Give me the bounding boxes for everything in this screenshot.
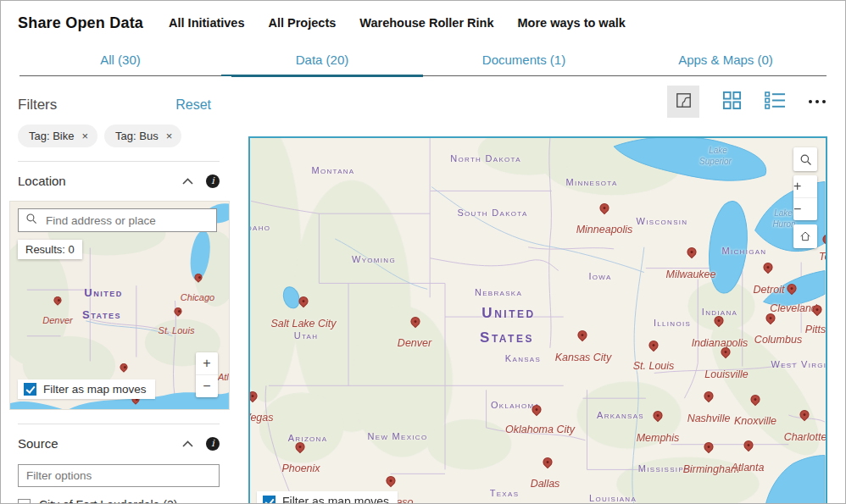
info-icon[interactable] <box>206 437 220 451</box>
state-label: Montana <box>311 165 354 175</box>
country-label: United <box>481 305 535 322</box>
city-label: Memphis <box>637 432 680 444</box>
map-pin-nashville[interactable] <box>702 390 715 403</box>
more-options-button[interactable] <box>809 100 826 103</box>
location-minimap[interactable]: UnitedStatesAtlantaDenverChicagoSt. Loui… <box>9 201 230 410</box>
city-label: Nashville <box>687 413 731 424</box>
city-label: Atlanta <box>732 462 765 474</box>
city-label: Birmingham <box>683 463 740 475</box>
map-pin-vegas[interactable] <box>250 390 259 403</box>
city-label: Columbus <box>754 334 802 346</box>
map-pin-columbus[interactable] <box>764 312 777 325</box>
map-pin-dallas[interactable] <box>541 456 554 469</box>
map-pin-pittsburgh[interactable] <box>810 303 824 317</box>
site-title[interactable]: Share Open Data <box>18 14 143 32</box>
map-pin-chicago[interactable] <box>193 272 204 283</box>
info-icon[interactable] <box>206 174 220 188</box>
map-filter-as-map-moves[interactable]: Filter as map moves <box>257 491 398 504</box>
map-pin-toronto[interactable] <box>821 233 826 246</box>
source-option[interactable]: City of Fort Lauderdale (3) <box>18 498 214 503</box>
source-section-header[interactable]: Source <box>18 436 220 451</box>
source-section-title: Source <box>18 436 181 451</box>
minimap-search-input[interactable] <box>44 213 209 228</box>
search-icon <box>25 213 37 228</box>
tab-all-30[interactable]: All (30) <box>19 45 221 75</box>
reset-filters-link[interactable]: Reset <box>175 97 211 113</box>
country-label: States <box>480 330 534 346</box>
zoom-out-button[interactable]: − <box>196 374 218 397</box>
map-controls: + − <box>793 147 817 248</box>
map-pin-phoenix[interactable] <box>293 440 307 454</box>
map-filter-label: Filter as map moves <box>282 495 389 504</box>
map-pin-minneapolis[interactable] <box>598 202 611 215</box>
map-pin-knoxville[interactable] <box>749 393 762 407</box>
map-pin-st-louis[interactable] <box>647 339 660 352</box>
location-section-title: Location <box>18 174 181 188</box>
chip-label: Tag: Bike <box>29 130 74 142</box>
zoom-in-button[interactable]: + <box>196 352 218 374</box>
map-pin-indianapolis[interactable] <box>712 314 726 328</box>
map-view-button[interactable] <box>667 86 699 118</box>
lake-label: Huron <box>772 219 795 229</box>
tab-documents-1[interactable]: Documents (1) <box>423 45 625 75</box>
map-pin-birmingham[interactable] <box>702 440 715 454</box>
map-pin-denver[interactable] <box>409 315 422 329</box>
state-label: Arizona <box>288 433 328 443</box>
grid-view-button[interactable] <box>722 91 742 113</box>
nav-item-all-projects[interactable]: All Projects <box>269 16 337 30</box>
map-pin-charlotte[interactable] <box>798 408 811 422</box>
divider <box>18 424 220 424</box>
nav-item-more-ways-to-walk[interactable]: More ways to walk <box>517 16 625 30</box>
map-pin-st-louis[interactable] <box>173 306 184 317</box>
checkbox-unchecked-icon[interactable] <box>18 499 31 504</box>
checkbox-checked-icon[interactable] <box>263 496 276 504</box>
checkbox-checked-icon[interactable] <box>24 383 36 396</box>
filter-chip-tag-bus[interactable]: Tag: Bus× <box>104 125 181 147</box>
map-pin-milwaukee[interactable] <box>685 246 699 259</box>
map-pin-detroit[interactable] <box>761 261 775 274</box>
tab-data-20[interactable]: Data (20) <box>221 45 423 75</box>
list-view-button[interactable] <box>765 91 786 112</box>
map-pin-atlanta[interactable] <box>742 439 755 452</box>
header: Share Open Data All InitiativesAll Proje… <box>1 1 845 45</box>
divider <box>18 161 220 162</box>
state-label: North Dakota <box>450 153 521 163</box>
chevron-up-icon[interactable] <box>181 177 194 186</box>
map-pin-cleveland[interactable] <box>785 282 799 296</box>
map-search-button[interactable] <box>793 147 817 171</box>
city-label: Pittsburgh <box>805 324 826 335</box>
map-pin-kansas-city[interactable] <box>576 329 589 342</box>
state-label: South Dakota <box>457 208 527 218</box>
results-map[interactable]: MontanaNorth DakotaMinnesotaSouth Dakota… <box>248 136 827 504</box>
map-pin-denver[interactable] <box>53 295 64 306</box>
lake-label: Superior <box>699 157 732 166</box>
zoom-in-button[interactable]: + <box>793 175 817 197</box>
grid-view-icon <box>722 91 742 113</box>
zoom-out-button[interactable]: − <box>793 197 817 220</box>
remove-chip-icon[interactable]: × <box>81 130 88 141</box>
map-pin[interactable] <box>119 362 130 373</box>
city-label: Vegas <box>250 412 273 424</box>
tab-apps-maps-0[interactable]: Apps & Maps (0) <box>625 45 827 75</box>
state-label: Kansas <box>505 353 541 363</box>
nav-item-warehouse-roller-rink[interactable]: Warehouse Roller Rink <box>359 16 493 30</box>
location-section-header[interactable]: Location <box>18 174 220 188</box>
city-label: Phoenix <box>281 462 320 474</box>
nav-item-all-initiatives[interactable]: All Initiatives <box>169 16 244 30</box>
chevron-up-icon[interactable] <box>181 440 194 448</box>
map-pin-salt-lake-city[interactable] <box>297 295 310 308</box>
map-pin-memphis[interactable] <box>651 409 665 423</box>
remove-chip-icon[interactable]: × <box>166 130 173 141</box>
map-home-button[interactable] <box>793 224 817 248</box>
chip-label: Tag: Bus <box>115 130 159 142</box>
minimap-filter-as-map-moves[interactable]: Filter as map moves <box>18 379 155 399</box>
state-label: Wyoming <box>352 254 396 264</box>
map-pin-el-paso[interactable] <box>384 474 398 488</box>
city-label: Oklahoma City <box>505 424 575 435</box>
state-label: Iowa <box>588 271 611 281</box>
source-filter-input[interactable] <box>18 464 220 487</box>
state-label: Wisconsin <box>637 216 688 226</box>
map-pin-oklahoma-city[interactable] <box>530 403 543 417</box>
map-pin-louisville[interactable] <box>719 346 732 359</box>
filter-chip-tag-bike[interactable]: Tag: Bike× <box>18 125 97 147</box>
